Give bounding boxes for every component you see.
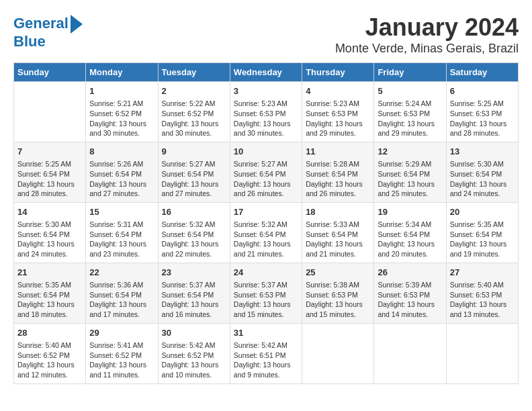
- calendar-cell: 26Sunrise: 5:39 AM Sunset: 6:53 PM Dayli…: [374, 263, 446, 323]
- day-number: 16: [162, 206, 226, 218]
- calendar-cell: 28Sunrise: 5:40 AM Sunset: 6:52 PM Dayli…: [14, 323, 86, 383]
- day-info: Sunrise: 5:40 AM Sunset: 6:53 PM Dayligh…: [450, 280, 515, 320]
- calendar-cell: 9Sunrise: 5:27 AM Sunset: 6:54 PM Daylig…: [158, 142, 230, 202]
- day-number: 9: [162, 146, 226, 158]
- logo-blue: Blue: [13, 34, 46, 50]
- day-number: 3: [234, 85, 298, 97]
- day-number: 5: [378, 85, 442, 97]
- header-friday: Friday: [374, 63, 446, 82]
- day-number: 17: [234, 206, 298, 218]
- day-number: 2: [162, 85, 226, 97]
- week-row-1: 1Sunrise: 5:21 AM Sunset: 6:52 PM Daylig…: [14, 82, 519, 142]
- day-number: 4: [306, 85, 370, 97]
- calendar-cell: 15Sunrise: 5:31 AM Sunset: 6:54 PM Dayli…: [86, 202, 158, 263]
- day-number: 10: [234, 146, 298, 158]
- day-number: 29: [89, 327, 154, 339]
- day-number: 27: [450, 267, 515, 279]
- calendar-cell: 6Sunrise: 5:25 AM Sunset: 6:53 PM Daylig…: [446, 82, 518, 142]
- calendar-cell: 21Sunrise: 5:35 AM Sunset: 6:54 PM Dayli…: [14, 263, 86, 323]
- day-info: Sunrise: 5:37 AM Sunset: 6:53 PM Dayligh…: [234, 280, 298, 320]
- calendar-cell: 13Sunrise: 5:30 AM Sunset: 6:54 PM Dayli…: [446, 142, 518, 202]
- day-number: 21: [17, 267, 82, 279]
- day-number: 31: [234, 327, 298, 339]
- calendar-subtitle: Monte Verde, Minas Gerais, Brazil: [335, 42, 519, 56]
- logo-arrow-icon: [71, 15, 83, 34]
- day-info: Sunrise: 5:23 AM Sunset: 6:53 PM Dayligh…: [234, 99, 298, 138]
- day-number: 11: [306, 146, 370, 158]
- day-info: Sunrise: 5:35 AM Sunset: 6:54 PM Dayligh…: [17, 280, 82, 320]
- day-number: 26: [378, 267, 442, 279]
- day-number: 30: [162, 327, 226, 339]
- day-info: Sunrise: 5:27 AM Sunset: 6:54 PM Dayligh…: [162, 159, 226, 199]
- day-info: Sunrise: 5:30 AM Sunset: 6:54 PM Dayligh…: [450, 159, 515, 199]
- day-number: 25: [306, 267, 370, 279]
- header-sunday: Sunday: [14, 63, 86, 82]
- calendar-cell: 30Sunrise: 5:42 AM Sunset: 6:52 PM Dayli…: [158, 323, 230, 383]
- calendar-cell: 2Sunrise: 5:22 AM Sunset: 6:52 PM Daylig…: [158, 82, 230, 142]
- day-info: Sunrise: 5:40 AM Sunset: 6:52 PM Dayligh…: [17, 340, 82, 380]
- header-thursday: Thursday: [302, 63, 374, 82]
- calendar-cell: 17Sunrise: 5:32 AM Sunset: 6:54 PM Dayli…: [230, 202, 302, 263]
- calendar-cell: 1Sunrise: 5:21 AM Sunset: 6:52 PM Daylig…: [86, 82, 158, 142]
- day-info: Sunrise: 5:34 AM Sunset: 6:54 PM Dayligh…: [378, 220, 442, 259]
- calendar-cell: 18Sunrise: 5:33 AM Sunset: 6:54 PM Dayli…: [302, 202, 374, 263]
- day-number: 12: [378, 146, 442, 158]
- day-info: Sunrise: 5:25 AM Sunset: 6:53 PM Dayligh…: [450, 99, 515, 138]
- day-info: Sunrise: 5:23 AM Sunset: 6:53 PM Dayligh…: [306, 99, 370, 138]
- calendar-cell: 11Sunrise: 5:28 AM Sunset: 6:54 PM Dayli…: [302, 142, 374, 202]
- day-info: Sunrise: 5:31 AM Sunset: 6:54 PM Dayligh…: [89, 220, 154, 259]
- day-number: 1: [89, 85, 154, 97]
- calendar-cell: 19Sunrise: 5:34 AM Sunset: 6:54 PM Dayli…: [374, 202, 446, 263]
- calendar-cell: 22Sunrise: 5:36 AM Sunset: 6:54 PM Dayli…: [86, 263, 158, 323]
- day-number: 23: [162, 267, 226, 279]
- day-number: 13: [450, 146, 515, 158]
- calendar-cell: 31Sunrise: 5:42 AM Sunset: 6:51 PM Dayli…: [230, 323, 302, 383]
- day-info: Sunrise: 5:24 AM Sunset: 6:53 PM Dayligh…: [378, 99, 442, 138]
- header-saturday: Saturday: [446, 63, 518, 82]
- calendar-cell: [14, 82, 86, 142]
- calendar-cell: 25Sunrise: 5:38 AM Sunset: 6:53 PM Dayli…: [302, 263, 374, 323]
- calendar-title: January 2024: [335, 13, 519, 42]
- day-info: Sunrise: 5:26 AM Sunset: 6:54 PM Dayligh…: [89, 159, 154, 199]
- calendar-cell: 10Sunrise: 5:27 AM Sunset: 6:54 PM Dayli…: [230, 142, 302, 202]
- day-number: 28: [17, 327, 82, 339]
- calendar-cell: 3Sunrise: 5:23 AM Sunset: 6:53 PM Daylig…: [230, 82, 302, 142]
- logo-text: General: [13, 15, 69, 32]
- day-info: Sunrise: 5:42 AM Sunset: 6:52 PM Dayligh…: [162, 340, 226, 380]
- calendar-cell: 4Sunrise: 5:23 AM Sunset: 6:53 PM Daylig…: [302, 82, 374, 142]
- calendar-cell: 5Sunrise: 5:24 AM Sunset: 6:53 PM Daylig…: [374, 82, 446, 142]
- calendar-cell: 27Sunrise: 5:40 AM Sunset: 6:53 PM Dayli…: [446, 263, 518, 323]
- day-number: 19: [378, 206, 442, 218]
- calendar-cell: 12Sunrise: 5:29 AM Sunset: 6:54 PM Dayli…: [374, 142, 446, 202]
- week-row-5: 28Sunrise: 5:40 AM Sunset: 6:52 PM Dayli…: [14, 323, 519, 383]
- day-info: Sunrise: 5:39 AM Sunset: 6:53 PM Dayligh…: [378, 280, 442, 320]
- day-info: Sunrise: 5:21 AM Sunset: 6:52 PM Dayligh…: [89, 99, 154, 138]
- day-info: Sunrise: 5:29 AM Sunset: 6:54 PM Dayligh…: [378, 159, 442, 199]
- week-row-2: 7Sunrise: 5:25 AM Sunset: 6:54 PM Daylig…: [14, 142, 519, 202]
- calendar-cell: 14Sunrise: 5:30 AM Sunset: 6:54 PM Dayli…: [14, 202, 86, 263]
- header-wednesday: Wednesday: [230, 63, 302, 82]
- calendar-header-row: SundayMondayTuesdayWednesdayThursdayFrid…: [14, 63, 519, 82]
- calendar-cell: 7Sunrise: 5:25 AM Sunset: 6:54 PM Daylig…: [14, 142, 86, 202]
- day-number: 15: [89, 206, 154, 218]
- day-info: Sunrise: 5:37 AM Sunset: 6:54 PM Dayligh…: [162, 280, 226, 320]
- day-info: Sunrise: 5:41 AM Sunset: 6:52 PM Dayligh…: [89, 340, 154, 380]
- calendar-cell: [374, 323, 446, 383]
- calendar-cell: 8Sunrise: 5:26 AM Sunset: 6:54 PM Daylig…: [86, 142, 158, 202]
- day-number: 7: [17, 146, 82, 158]
- header-monday: Monday: [86, 63, 158, 82]
- day-info: Sunrise: 5:22 AM Sunset: 6:52 PM Dayligh…: [162, 99, 226, 138]
- day-info: Sunrise: 5:33 AM Sunset: 6:54 PM Dayligh…: [306, 220, 370, 259]
- calendar-table: SundayMondayTuesdayWednesdayThursdayFrid…: [13, 62, 519, 384]
- day-number: 20: [450, 206, 515, 218]
- day-number: 6: [450, 85, 515, 97]
- day-number: 18: [306, 206, 370, 218]
- calendar-cell: 20Sunrise: 5:35 AM Sunset: 6:54 PM Dayli…: [446, 202, 518, 263]
- calendar-cell: 29Sunrise: 5:41 AM Sunset: 6:52 PM Dayli…: [86, 323, 158, 383]
- page-header: General Blue January 2024 Monte Verde, M…: [13, 13, 519, 56]
- day-info: Sunrise: 5:32 AM Sunset: 6:54 PM Dayligh…: [234, 220, 298, 259]
- title-block: January 2024 Monte Verde, Minas Gerais, …: [335, 13, 519, 56]
- day-number: 24: [234, 267, 298, 279]
- day-info: Sunrise: 5:36 AM Sunset: 6:54 PM Dayligh…: [89, 280, 154, 320]
- week-row-4: 21Sunrise: 5:35 AM Sunset: 6:54 PM Dayli…: [14, 263, 519, 323]
